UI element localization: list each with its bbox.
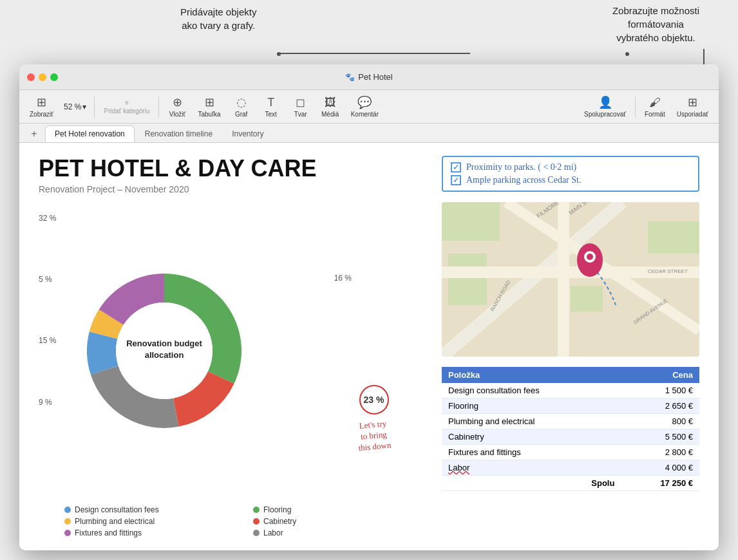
table-cell-price: 5 500 € xyxy=(621,429,699,445)
toolbar-separator-3 xyxy=(635,97,636,117)
collaborate-button[interactable]: 👤 Spolupracovať xyxy=(579,93,631,120)
organize-icon: ⊞ xyxy=(688,95,697,109)
table-cell-price: 800 € xyxy=(621,414,699,429)
chart-legend: Design consultation fees Flooring Plumbi… xyxy=(64,505,429,537)
minimize-button[interactable] xyxy=(39,73,46,81)
annotation-line-center xyxy=(277,53,470,54)
annotation-right: Zobrazujte možnostiformátovaniavybratého… xyxy=(612,4,699,44)
checkmark-1: ✓ xyxy=(453,163,459,173)
chart-icon: ◌ xyxy=(236,95,247,109)
table-cell-item: Cabinetry xyxy=(442,429,621,445)
media-button[interactable]: 🖼 Médiá xyxy=(316,93,345,120)
organize-button[interactable]: ⊞ Usporiadať xyxy=(672,93,714,120)
chart-label-15: 15 % xyxy=(39,336,56,345)
legend-item-flooring: Flooring xyxy=(253,505,429,514)
svg-point-20 xyxy=(587,254,593,260)
checkbox-1[interactable]: ✓ xyxy=(451,162,461,173)
svg-text:CEDAR STREET: CEDAR STREET xyxy=(648,268,688,274)
app-window: 🐾 Pet Hotel ⊞ Zobraziť 52 % ▾ ≡ Pridať k… xyxy=(19,64,719,550)
table-row: Fixtures and fittings2 800 € xyxy=(442,445,699,460)
format-button[interactable]: 🖌 Formát xyxy=(639,93,670,120)
add-category-icon: ≡ xyxy=(125,99,129,106)
map-image: FILMORE ST. MAIN STREET CEDAR STREET RAN… xyxy=(442,202,699,357)
table-total-label: Spolu xyxy=(442,476,621,491)
annotation-dot-right xyxy=(625,52,629,56)
add-tab-button[interactable]: + xyxy=(27,127,41,141)
table-header-price: Cena xyxy=(621,367,699,383)
window-title: 🐾 Pet Hotel xyxy=(345,72,392,82)
comment-icon: 💬 xyxy=(357,95,372,109)
shape-button[interactable]: ◻ Tvar xyxy=(287,93,315,120)
chart-label-32: 32 % xyxy=(39,214,56,223)
shape-icon: ◻ xyxy=(296,95,305,109)
table-row: Cabinetry5 500 € xyxy=(442,429,699,445)
format-icon: 🖌 xyxy=(649,96,661,109)
svg-rect-4 xyxy=(442,202,500,241)
tab-inventory[interactable]: Inventory xyxy=(223,126,272,142)
chart-label-16: 16 % xyxy=(334,272,352,283)
table-cell-price: 1 500 € xyxy=(621,383,699,398)
annotation-dot-left xyxy=(277,52,281,56)
tab-renovation-timeline[interactable]: Renovation timeline xyxy=(136,126,222,142)
table-row: Plumbing and electrical800 € xyxy=(442,414,699,429)
checkbox-2[interactable]: ✓ xyxy=(451,175,461,185)
table-header-item: Položka xyxy=(442,367,621,383)
svg-text:allocation: allocation xyxy=(145,350,184,360)
legend-item-cabinetry: Cabinetry xyxy=(253,517,429,526)
chevron-down-icon: ▾ xyxy=(82,102,86,111)
tab-pet-hotel-renovation[interactable]: Pet Hotel renovation xyxy=(45,126,135,142)
table-cell-price: 4 000 € xyxy=(621,460,699,476)
table-button[interactable]: ⊞ Tabuľka xyxy=(193,93,225,120)
checklist-item-2: ✓ Ample parking across Cedar St. xyxy=(451,175,690,185)
media-icon: 🖼 xyxy=(325,96,336,109)
insert-button[interactable]: ⊕ Vložiť xyxy=(163,93,191,120)
legend-dot-design xyxy=(64,507,71,513)
svg-text:Renovation budget: Renovation budget xyxy=(126,339,202,348)
table-row: Labor4 000 € xyxy=(442,460,699,476)
close-button[interactable] xyxy=(27,73,35,81)
chart-23-annotation: 23 % Let's tryto bringthis down xyxy=(357,385,390,453)
text-button[interactable]: T Text xyxy=(257,93,285,120)
view-button[interactable]: ⊞ Zobraziť xyxy=(24,93,59,120)
table-cell-item: Fixtures and fittings xyxy=(442,445,621,460)
document-title: PET HOTEL & DAY CARE xyxy=(39,156,429,182)
titlebar: 🐾 Pet Hotel xyxy=(19,64,719,90)
legend-dot-cabinetry xyxy=(253,518,260,525)
table-total-value: 17 250 € xyxy=(621,476,699,491)
table-cell-item: Labor xyxy=(442,460,621,476)
toolbar-separator-2 xyxy=(158,97,159,117)
table-row: Flooring2 650 € xyxy=(442,398,699,414)
tabs-bar: + Pet Hotel renovation Renovation timeli… xyxy=(19,124,719,143)
svg-rect-5 xyxy=(448,254,487,305)
legend-item-fixtures: Fixtures and fittings xyxy=(64,528,240,537)
maximize-button[interactable] xyxy=(50,73,58,81)
table-cell-item: Plumbing and electrical xyxy=(442,414,621,429)
svg-rect-6 xyxy=(648,221,699,254)
legend-item-design: Design consultation fees xyxy=(64,505,240,514)
traffic-lights xyxy=(27,73,58,81)
legend-item-plumbing: Plumbing and electrical xyxy=(64,517,240,526)
right-panel: ✓ Proximity to parks. ( < 0·2 mi) ✓ Ampl… xyxy=(442,156,699,537)
budget-table: Položka Cena Design consultation fees1 5… xyxy=(442,367,699,491)
document-subtitle: Renovation Project – November 2020 xyxy=(39,184,429,194)
table-cell-item: Flooring xyxy=(442,398,621,414)
table-icon: ⊞ xyxy=(205,95,214,109)
collaborate-icon: 👤 xyxy=(598,95,612,109)
svg-rect-7 xyxy=(571,286,603,312)
table-total-row: Spolu17 250 € xyxy=(442,476,699,491)
legend-dot-labor xyxy=(253,530,260,536)
chart-label-5: 5 % xyxy=(39,275,56,284)
chart-area: 32 % 5 % 15 % 9 % xyxy=(39,207,429,498)
legend-dot-plumbing xyxy=(64,518,71,525)
checklist: ✓ Proximity to parks. ( < 0·2 mi) ✓ Ampl… xyxy=(442,156,699,192)
legend-dot-fixtures xyxy=(64,530,71,536)
text-icon: T xyxy=(267,96,274,109)
legend-item-labor: Labor xyxy=(253,528,429,537)
zoom-control[interactable]: 52 % ▾ xyxy=(60,100,90,114)
add-category-button[interactable]: ≡ Pridať kategóriu xyxy=(99,97,155,117)
chart-button[interactable]: ◌ Graf xyxy=(227,93,256,120)
table-cell-price: 2 800 € xyxy=(621,445,699,460)
comment-button[interactable]: 💬 Komentár xyxy=(346,93,384,120)
main-content: PET HOTEL & DAY CARE Renovation Project … xyxy=(19,143,719,550)
legend-dot-flooring xyxy=(253,507,260,513)
